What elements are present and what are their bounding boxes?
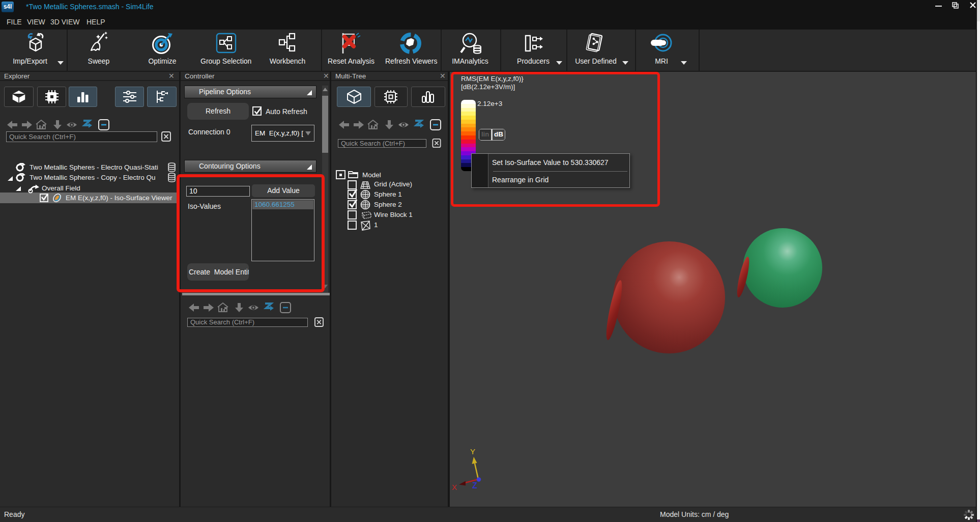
svg-text:Y: Y [470, 447, 475, 456]
svg-text:X: X [452, 483, 457, 491]
svg-text:Z: Z [472, 481, 477, 490]
